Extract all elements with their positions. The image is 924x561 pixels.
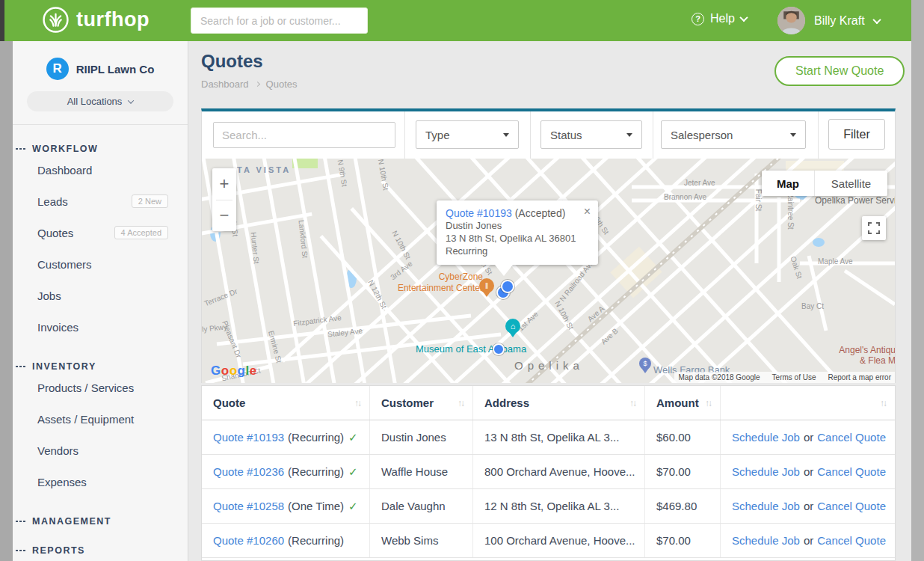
fullscreen-button[interactable] xyxy=(862,216,886,240)
sidebar-item-dashboard[interactable]: Dashboard xyxy=(13,154,188,186)
user-menu[interactable]: Billy Kraft xyxy=(777,7,880,34)
sidebar-section-reports[interactable]: REPORTS xyxy=(13,545,188,556)
google-logo-letter: o xyxy=(230,364,238,378)
quote-link[interactable]: Quote #10236 xyxy=(213,465,284,478)
quote-link[interactable]: Quote #10193 xyxy=(213,431,284,444)
breadcrumb-home[interactable]: Dashboard xyxy=(201,79,249,90)
schedule-job-link[interactable]: Schedule Job xyxy=(732,500,800,512)
chevron-right-icon xyxy=(255,82,260,87)
quote-map-marker-active[interactable] xyxy=(501,280,514,293)
popup-quote-link[interactable]: Quote #10193 xyxy=(446,207,512,219)
divider xyxy=(653,111,653,159)
quote-link[interactable]: Quote #10260 xyxy=(213,534,284,547)
zoom-out-button[interactable]: − xyxy=(212,200,236,232)
global-search-input[interactable] xyxy=(191,7,368,34)
right-scrollbar[interactable] xyxy=(911,0,924,561)
column-header-amount[interactable]: Amount↑↓ xyxy=(645,386,721,420)
schedule-job-link[interactable]: Schedule Job xyxy=(732,534,800,547)
sidebar-item-invoices[interactable]: Invoices xyxy=(13,311,188,343)
cancel-quote-link[interactable]: Cancel Quote xyxy=(817,534,886,547)
sidebar-item-jobs[interactable]: Jobs xyxy=(13,280,188,311)
left-scrollbar[interactable] xyxy=(0,41,13,561)
schedule-job-link[interactable]: Schedule Job xyxy=(732,465,800,478)
column-header-actions[interactable]: ↑↓ xyxy=(721,386,895,420)
quote-type: (One Time) xyxy=(288,500,344,512)
sidebar-item-assets-equipment[interactable]: Assets / Equipment xyxy=(13,403,188,435)
type-select-value: Type xyxy=(425,129,450,141)
quotes-search-input[interactable] xyxy=(213,122,395,148)
terms-of-use-link[interactable]: Terms of Use xyxy=(772,373,816,381)
filters-map-card: Type Status Salesperson Filter xyxy=(201,108,896,383)
quote-link[interactable]: Quote #10258 xyxy=(213,500,284,512)
column-label: Address xyxy=(484,396,529,409)
customer-name: Dustin Jones xyxy=(381,431,446,444)
type-select[interactable]: Type xyxy=(416,120,519,149)
address-text: 800 Orchard Avenue, Hoove... xyxy=(484,465,635,478)
schedule-job-link[interactable]: Schedule Job xyxy=(732,431,800,444)
select-arrow-icon xyxy=(626,133,632,137)
company-selector[interactable]: R RIIPL Lawn Co xyxy=(13,58,188,80)
customer-name: Webb Sims xyxy=(381,534,438,547)
sidebar-section-workflow[interactable]: WORKFLOW xyxy=(13,144,188,154)
sidebar-item-quotes[interactable]: Quotes4 Accepted xyxy=(13,217,188,248)
amount-text: $60.00 xyxy=(656,431,691,444)
close-icon[interactable]: × xyxy=(584,206,591,218)
sidebar-item-customers[interactable]: Customers xyxy=(13,248,188,280)
column-header-customer[interactable]: Customer↑↓ xyxy=(370,386,473,420)
sidebar-item-expenses[interactable]: Expenses xyxy=(13,466,188,497)
location-label: All Locations xyxy=(67,96,123,107)
address-cell: 13 N 8th St, Opelika AL 3... xyxy=(473,420,645,454)
popup-address: 13 N 8th St, Opelika AL 36801 xyxy=(446,233,589,245)
help-menu[interactable]: ? Help xyxy=(692,12,747,25)
sidebar-section-management[interactable]: MANAGEMENT xyxy=(13,516,188,527)
sort-icon[interactable]: ↑↓ xyxy=(705,398,711,408)
google-logo: Google xyxy=(211,364,257,378)
column-header-quote[interactable]: Quote↑↓ xyxy=(202,386,370,420)
sidebar-section-inventory[interactable]: INVENTORY xyxy=(13,361,188,372)
sidebar-item-label: Jobs xyxy=(37,289,61,302)
amount-text: $70.00 xyxy=(656,534,691,547)
start-new-quote-button[interactable]: Start New Quote xyxy=(774,56,905,86)
sidebar-item-products-services[interactable]: Products / Services xyxy=(13,372,188,403)
page-title: Quotes xyxy=(201,51,263,72)
sidebar-item-label: Vendors xyxy=(37,444,78,457)
location-selector[interactable]: All Locations xyxy=(27,91,173,111)
cancel-quote-link[interactable]: Cancel Quote xyxy=(817,431,886,444)
address-cell: 100 Orchard Avenue, Hoove... xyxy=(473,524,645,557)
sort-icon[interactable]: ↑↓ xyxy=(354,398,360,408)
map-type-map-button[interactable]: Map xyxy=(762,171,814,196)
google-logo-letter: G xyxy=(211,364,221,378)
amount-cell: $469.80 xyxy=(645,489,721,523)
museum-poi-pin[interactable]: ⌂ xyxy=(505,319,520,334)
sort-icon[interactable]: ↑↓ xyxy=(629,398,635,408)
google-logo-letter: o xyxy=(221,364,230,378)
accepted-check-icon: ✓ xyxy=(348,431,358,444)
column-label: Quote xyxy=(213,396,245,409)
cancel-quote-link[interactable]: Cancel Quote xyxy=(817,500,886,512)
column-header-address[interactable]: Address↑↓ xyxy=(473,386,645,420)
report-map-error-link[interactable]: Report a map error xyxy=(828,373,891,381)
cancel-quote-link[interactable]: Cancel Quote xyxy=(817,465,886,478)
brand-logo[interactable]: turfhop xyxy=(42,6,150,34)
map-data-credit: Map data ©2018 Google xyxy=(678,373,760,381)
restaurant-poi-pin[interactable]: ‖ xyxy=(479,278,494,293)
sidebar-item-label: Assets / Equipment xyxy=(37,413,134,426)
sidebar-item-vendors[interactable]: Vendors xyxy=(13,435,188,466)
google-map[interactable]: TA VISTAN 9th StN 10th StJeter AveBranno… xyxy=(202,159,895,383)
sort-icon[interactable]: ↑↓ xyxy=(880,398,886,408)
map-attribution: Map data ©2018 Google Terms of Use Repor… xyxy=(674,372,895,383)
filter-button[interactable]: Filter xyxy=(828,119,885,150)
sidebar-item-label: Dashboard xyxy=(37,164,92,177)
quote-cell: Quote #10258(One Time)✓ xyxy=(202,489,370,523)
quote-map-marker[interactable] xyxy=(493,343,505,355)
bank-poi-pin[interactable]: $ xyxy=(639,358,651,370)
sidebar-item-leads[interactable]: Leads2 New xyxy=(13,186,188,217)
status-select[interactable]: Status xyxy=(540,120,642,149)
customer-name: Dale Vaughn xyxy=(381,500,446,512)
zoom-in-button[interactable]: + xyxy=(212,168,236,200)
map-type-satellite-button[interactable]: Satellite xyxy=(814,171,887,196)
section-label: MANAGEMENT xyxy=(32,516,111,527)
select-arrow-icon xyxy=(503,133,509,137)
sort-icon[interactable]: ↑↓ xyxy=(458,398,463,408)
salesperson-select[interactable]: Salesperson xyxy=(661,120,806,149)
